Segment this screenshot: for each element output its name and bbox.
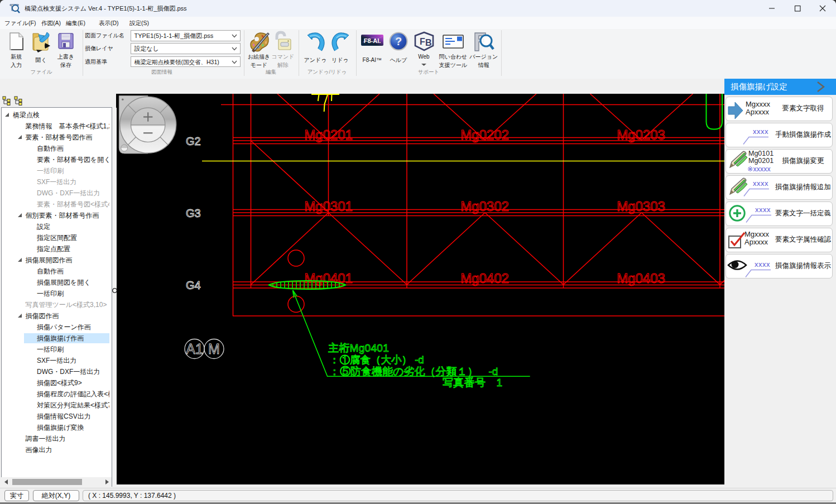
- svg-text:：①腐食（大小） -d: ：①腐食（大小） -d: [329, 354, 424, 366]
- svg-text:F8-AI.: F8-AI.: [364, 37, 381, 44]
- svg-text:Mg0202: Mg0202: [460, 127, 509, 142]
- svg-text:Mg0401: Mg0401: [304, 271, 353, 286]
- svg-text:B: B: [425, 38, 432, 47]
- svg-text:G4: G4: [186, 279, 201, 291]
- svg-text:Mg0303: Mg0303: [617, 199, 665, 214]
- svg-text:Mg0402: Mg0402: [460, 271, 509, 286]
- svg-text:Mg0302: Mg0302: [460, 199, 509, 214]
- svg-text:主桁Mg0401: 主桁Mg0401: [328, 342, 389, 354]
- svg-text:Mg0201: Mg0201: [304, 127, 353, 142]
- svg-text:写真番号 1: 写真番号 1: [443, 377, 502, 388]
- svg-text:Mg0403: Mg0403: [617, 271, 665, 286]
- svg-text:Mg0301: Mg0301: [304, 199, 353, 214]
- svg-text:?: ?: [395, 35, 402, 47]
- svg-text:：⑤防食機能の劣化（分類１） -d: ：⑤防食機能の劣化（分類１） -d: [329, 366, 498, 377]
- svg-text:G2: G2: [186, 135, 201, 147]
- svg-text:G3: G3: [186, 207, 201, 219]
- svg-text:M: M: [208, 341, 220, 357]
- svg-text:A1: A1: [186, 341, 203, 357]
- svg-text:Mg0203: Mg0203: [617, 127, 665, 142]
- svg-text:F: F: [420, 37, 425, 46]
